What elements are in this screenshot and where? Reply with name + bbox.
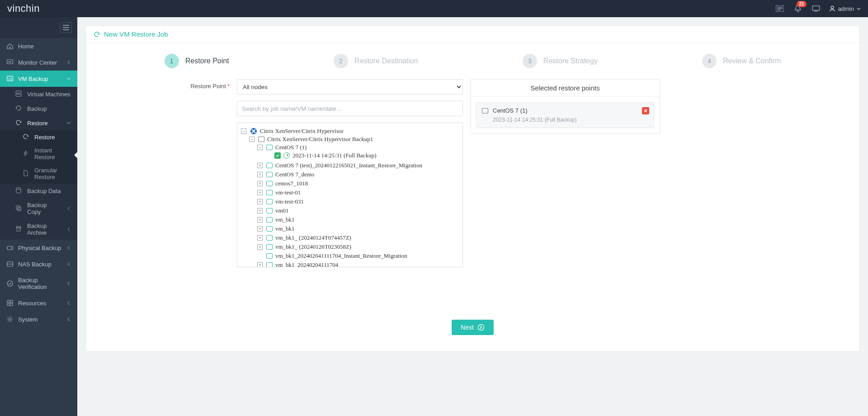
tree-job[interactable]: Citrix XenServer/Citrix Hypervisor Backu… — [267, 136, 373, 143]
node-select[interactable]: All nodes — [237, 79, 463, 95]
tree-toggle[interactable]: + — [257, 172, 263, 177]
nav-vm-backup[interactable]: VM VM Backup — [0, 71, 77, 87]
tree-vm[interactable]: vm_bk1_202402041111704_Instant_Restore_M… — [275, 252, 407, 260]
tree-vm[interactable]: CentOS 7 (test)_20240122165021_Instant_R… — [275, 162, 422, 169]
nav-backup-verification[interactable]: Backup Verification — [0, 272, 77, 295]
user-menu[interactable]: admin — [829, 5, 861, 12]
tree-toggle[interactable]: + — [257, 235, 263, 241]
nav-virtual-machines[interactable]: Virtual Machines — [0, 87, 77, 101]
database-icon — [15, 187, 23, 194]
step-4[interactable]: 4Review & Confirm — [702, 54, 781, 68]
tree-toggle[interactable]: + — [257, 217, 263, 222]
svg-rect-7 — [7, 60, 13, 64]
tree-toggle[interactable]: + — [257, 199, 263, 204]
restore-icon — [15, 119, 23, 127]
remove-selected-button[interactable] — [642, 107, 649, 114]
job-icon — [258, 137, 264, 142]
restore-icon — [23, 133, 30, 141]
chevron-left-icon — [66, 262, 71, 266]
nav-resources[interactable]: Resources — [0, 295, 77, 311]
nav-system[interactable]: System — [0, 311, 77, 327]
tree-vm[interactable]: vm_bk1_20240204111704 — [275, 261, 338, 267]
next-button[interactable]: Next — [452, 320, 494, 335]
grid-icon — [6, 299, 14, 307]
vm-icon — [266, 262, 273, 267]
nav-backup-data[interactable]: Backup Data — [0, 184, 77, 198]
vm-icon — [266, 208, 273, 213]
tree-vm[interactable]: vm_bk1 — [275, 216, 295, 223]
tree-vm[interactable]: CentOS 7 (1) — [275, 144, 307, 151]
tree-vm[interactable]: vm01 — [275, 207, 289, 214]
svg-rect-25 — [10, 303, 13, 306]
restore-point-tree[interactable]: − Citrix XenServer/Citrix Hypervisor − — [237, 123, 463, 267]
chevron-left-icon — [66, 227, 71, 232]
chevron-left-icon — [66, 301, 71, 305]
nav-backup[interactable]: Backup — [0, 101, 77, 116]
chevron-left-icon — [66, 206, 71, 211]
tree-vm[interactable]: vm-test-01 — [275, 189, 301, 196]
nav-nas-backup[interactable]: NAS Backup — [0, 256, 77, 272]
screen-icon[interactable] — [811, 4, 821, 14]
archive-icon — [15, 226, 23, 233]
vm-icon — [266, 190, 273, 195]
step-2[interactable]: 2Restore Destination — [334, 54, 418, 68]
tree-toggle[interactable]: − — [257, 145, 263, 150]
step-3[interactable]: 3Restore Strategy — [523, 54, 598, 68]
nav-instant-restore[interactable]: Instant Restore — [0, 144, 77, 164]
vm-icon — [266, 181, 273, 186]
tree-toggle[interactable]: − — [249, 137, 255, 142]
tree-vm[interactable]: CentOS 7_demo — [275, 171, 314, 178]
stepper: 1Restore Point 2Restore Destination 3Res… — [94, 51, 851, 79]
restore-icon — [93, 31, 100, 38]
tree-vm[interactable]: vm_bk1_ (20240126T023058Z) — [275, 243, 351, 251]
tree-toggle[interactable]: + — [257, 181, 263, 186]
vm-icon — [266, 226, 273, 232]
nav-monitor[interactable]: Monitor Center — [0, 54, 77, 71]
file-icon — [23, 170, 30, 177]
tree-toggle[interactable]: + — [257, 262, 263, 267]
tree-vm[interactable]: centos7_1018 — [275, 180, 308, 187]
chevron-down-icon — [857, 7, 861, 11]
tree-toggle[interactable]: + — [257, 208, 263, 213]
chevron-left-icon — [66, 281, 71, 286]
sidebar-toggle[interactable] — [60, 22, 72, 33]
nav-home[interactable]: Home — [0, 38, 77, 54]
tree-toggle[interactable]: + — [257, 163, 263, 168]
step-1[interactable]: 1Restore Point — [165, 54, 229, 68]
tree-vm[interactable]: vm_bk1_ (20240124T074457Z) — [275, 234, 351, 241]
tree-toggle[interactable]: + — [257, 190, 263, 195]
nav-backup-copy[interactable]: Backup Copy — [0, 198, 77, 219]
svg-point-21 — [7, 281, 13, 286]
vm-icon — [266, 145, 273, 150]
vm-icon — [266, 172, 273, 177]
refresh-icon — [15, 105, 23, 112]
clock-icon — [283, 152, 290, 159]
panel-heading: New VM Restore Job — [86, 26, 859, 43]
nav-restore[interactable]: Restore — [0, 116, 77, 130]
tree-vm[interactable]: vm-test-031 — [275, 198, 304, 205]
notify-badge: 21 — [797, 1, 806, 7]
tree-vm[interactable]: vm_bk1 — [275, 225, 295, 232]
tree-toggle[interactable]: − — [241, 128, 246, 134]
nav-granular-restore[interactable]: Granular Restore — [0, 164, 77, 184]
nav-backup-archive[interactable]: Backup Archive — [0, 219, 77, 240]
tree-toggle[interactable]: + — [257, 244, 263, 250]
tasks-icon[interactable] — [775, 4, 785, 14]
tree-restore-point[interactable]: 2023-11-14 14:25:31 (Full Backup) — [292, 152, 376, 159]
chevron-left-icon — [66, 60, 71, 65]
hdd-icon — [6, 244, 14, 251]
nav-restore-sub[interactable]: Restore — [0, 130, 77, 144]
svg-rect-16 — [17, 228, 20, 231]
tree-platform[interactable]: Citrix XenServer/Citrix Hypervisor — [260, 128, 344, 135]
tree-toggle[interactable]: + — [257, 226, 263, 232]
selected-item-sub: 2023-11-14 14:25:31 (Full Backup) — [493, 117, 648, 123]
user-name: admin — [838, 5, 854, 12]
nav-physical-backup[interactable]: Physical Backup — [0, 240, 77, 256]
selected-item: CentOS 7 (1) 2023-11-14 14:25:31 (Full B… — [476, 102, 654, 128]
search-input[interactable] — [237, 101, 463, 116]
bell-icon[interactable]: 21 — [793, 4, 803, 14]
copy-icon — [15, 205, 23, 212]
vm-icon — [482, 108, 488, 113]
check-icon[interactable] — [274, 152, 281, 159]
svg-rect-24 — [7, 303, 9, 306]
